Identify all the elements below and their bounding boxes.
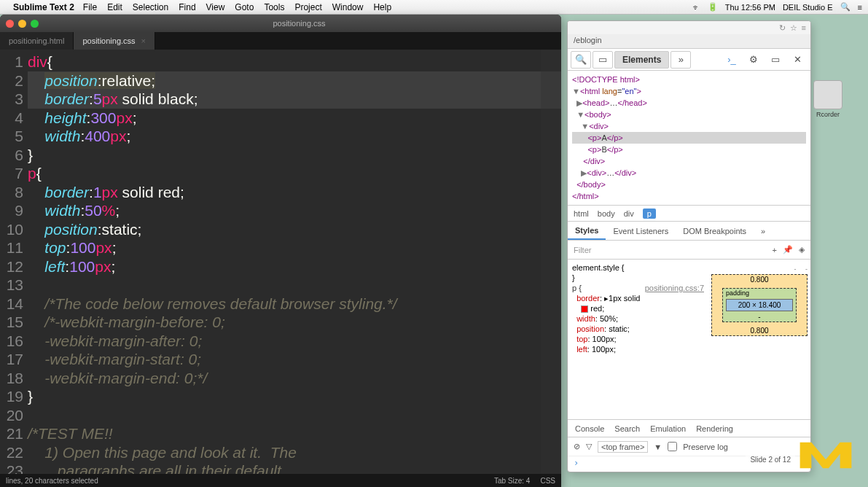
inspect-icon[interactable]: 🔍	[571, 51, 591, 69]
window-title: positioning.css	[43, 19, 555, 28]
preserve-log-checkbox[interactable]	[668, 442, 677, 451]
menu-project[interactable]: Project	[294, 2, 321, 12]
menu-tools[interactable]: Tools	[264, 2, 284, 12]
menu-goto[interactable]: Goto	[235, 2, 254, 12]
close-icon[interactable]: ✕	[787, 51, 808, 69]
console-toggle-icon[interactable]: ›_	[722, 51, 742, 69]
code-text[interactable]: div{ position:relative; border:5px solid…	[28, 50, 561, 474]
window-zoom-icon[interactable]	[31, 20, 39, 28]
devtools-window: ↻ ☆ ≡ /eblogin 🔍 ▭ Elements » ›_ ⚙ ▭ ✕ <…	[567, 20, 811, 472]
console-bar: ⊘ ▽ <top frame> ▼ Preserve log	[568, 437, 810, 456]
box-content: 200 × 18.400	[726, 299, 793, 311]
desktop-icon[interactable]: Rcorder	[810, 80, 846, 118]
code-area[interactable]: 123456789101112131415161718192021222324 …	[0, 50, 561, 474]
tab-close-icon[interactable]: ×	[141, 36, 146, 45]
devtools-top: ↻ ☆ ≡	[568, 21, 810, 34]
menu-edit[interactable]: Edit	[107, 2, 122, 12]
status-selection: lines, 20 characters selected	[6, 477, 98, 485]
window-close-icon[interactable]	[6, 20, 14, 28]
elements-panel[interactable]: <!DOCTYPE html>▼<html lang="en"> ▶<head>…	[568, 71, 810, 206]
tab-emulation[interactable]: Emulation	[650, 424, 686, 433]
icon-label: Rcorder	[816, 111, 840, 118]
toggle-state-icon[interactable]: ◈	[799, 245, 805, 254]
crumb-p[interactable]: p	[643, 209, 656, 219]
frame-dropdown-icon[interactable]: ▼	[654, 443, 662, 451]
styles-rules[interactable]: element.style {}p {positioning.css:7 bor…	[568, 260, 708, 419]
menu-help[interactable]: Help	[373, 2, 391, 12]
battery-icon[interactable]: 🔋	[708, 2, 718, 12]
menu-find[interactable]: Find	[179, 2, 195, 12]
menu-icon[interactable]: ≡	[802, 23, 806, 32]
tab-css[interactable]: positioning.css×	[74, 32, 155, 50]
panel-elements[interactable]: Elements	[614, 51, 669, 69]
box-padding: 200 × 18.400	[722, 288, 797, 322]
menu-selection[interactable]: Selection	[133, 2, 168, 12]
tab-event-listeners[interactable]: Event Listeners	[606, 222, 676, 240]
menu-file[interactable]: File	[83, 2, 97, 12]
settings-icon[interactable]: ⚙	[743, 51, 764, 69]
devtools-tab-url: /eblogin	[568, 34, 810, 49]
app-name[interactable]: Sublime Text 2	[13, 2, 74, 12]
clear-console-icon[interactable]: ⊘	[574, 442, 580, 451]
pin-icon[interactable]: 📌	[783, 245, 793, 254]
tab-styles[interactable]: Styles	[568, 222, 606, 240]
crumb-body[interactable]: body	[598, 209, 615, 218]
michigan-logo	[797, 434, 855, 474]
editor-statusbar: lines, 20 characters selected Tab Size: …	[0, 474, 561, 487]
tab-more-icon[interactable]: »	[754, 222, 773, 240]
gutter: 123456789101112131415161718192021222324	[0, 50, 28, 474]
star-icon[interactable]: ☆	[790, 23, 797, 33]
crumb-div[interactable]: div	[624, 209, 634, 218]
tab-rendering[interactable]: Rendering	[696, 424, 733, 433]
console-tabs: Console Search Emulation Rendering	[568, 419, 810, 437]
search-icon[interactable]: 🔍	[840, 2, 851, 12]
preserve-log-label: Preserve log	[683, 443, 728, 451]
menu-window[interactable]: Window	[332, 2, 364, 12]
devtools-toolbar: 🔍 ▭ Elements » ›_ ⚙ ▭ ✕	[568, 49, 810, 71]
user-name[interactable]: DEIL Studio E	[783, 3, 833, 12]
status-syntax[interactable]: CSS	[540, 477, 555, 485]
tab-search[interactable]: Search	[614, 424, 640, 433]
styles-tabs: Styles Event Listeners DOM Breakpoints »	[568, 222, 810, 241]
tab-strip: positioning.html positioning.css×	[0, 32, 561, 50]
new-rule-icon[interactable]: +	[773, 246, 777, 254]
tab-console[interactable]: Console	[575, 424, 604, 433]
dock-icon[interactable]: ▭	[765, 51, 786, 69]
status-tabsize[interactable]: Tab Size: 4	[494, 477, 530, 485]
tab-html[interactable]: positioning.html	[0, 32, 74, 50]
editor-window: positioning.css positioning.html positio…	[0, 15, 561, 487]
filter-input[interactable]: Filter	[574, 246, 767, 254]
tab-dom-breakpoints[interactable]: DOM Breakpoints	[676, 222, 754, 240]
window-minimize-icon[interactable]	[18, 20, 26, 28]
minimap[interactable]	[541, 50, 561, 474]
device-icon[interactable]: ▭	[593, 51, 613, 69]
reload-icon[interactable]: ↻	[779, 23, 786, 33]
filter-icon[interactable]: ▽	[586, 442, 592, 451]
menu-extras-icon[interactable]: ≡	[858, 3, 862, 12]
breadcrumbs: html body div p	[568, 206, 810, 222]
styles-body: element.style {}p {positioning.css:7 bor…	[568, 260, 810, 419]
box-border: 200 × 18.400	[711, 274, 808, 336]
panel-more-icon[interactable]: »	[670, 51, 691, 69]
app-icon	[813, 80, 842, 109]
styles-filter: Filter + 📌 ◈	[568, 241, 810, 260]
clock[interactable]: Thu 12:56 PM	[725, 3, 775, 12]
editor-titlebar[interactable]: positioning.css	[0, 15, 561, 32]
frame-select[interactable]: <top frame>	[598, 441, 648, 453]
slide-indicator: Slide 2 of 12	[746, 454, 795, 465]
mac-menubar: Sublime Text 2 File Edit Selection Find …	[0, 0, 868, 15]
crumb-html[interactable]: html	[574, 209, 589, 218]
box-model: - - 200 × 18.400	[708, 260, 810, 419]
menu-view[interactable]: View	[206, 2, 225, 12]
wifi-icon[interactable]: ᯤ	[692, 3, 700, 12]
